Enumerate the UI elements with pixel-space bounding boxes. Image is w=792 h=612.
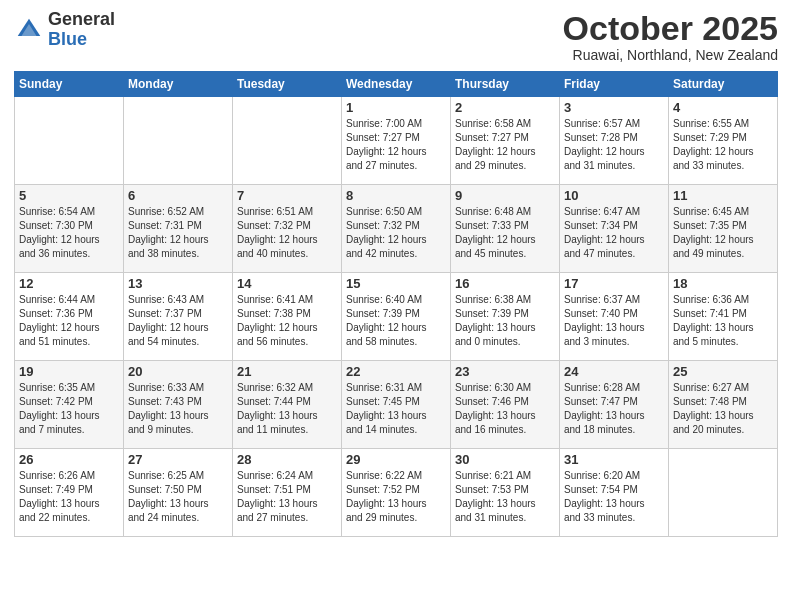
day-detail: Sunrise: 6:41 AM Sunset: 7:38 PM Dayligh… — [237, 294, 318, 347]
calendar-cell: 6Sunrise: 6:52 AM Sunset: 7:31 PM Daylig… — [124, 185, 233, 273]
day-detail: Sunrise: 6:54 AM Sunset: 7:30 PM Dayligh… — [19, 206, 100, 259]
day-detail: Sunrise: 6:43 AM Sunset: 7:37 PM Dayligh… — [128, 294, 209, 347]
day-number: 18 — [673, 276, 773, 291]
header-day-tuesday: Tuesday — [233, 72, 342, 97]
day-number: 4 — [673, 100, 773, 115]
day-detail: Sunrise: 6:25 AM Sunset: 7:50 PM Dayligh… — [128, 470, 209, 523]
day-number: 15 — [346, 276, 446, 291]
header-day-thursday: Thursday — [451, 72, 560, 97]
day-number: 22 — [346, 364, 446, 379]
day-detail: Sunrise: 6:27 AM Sunset: 7:48 PM Dayligh… — [673, 382, 754, 435]
day-number: 10 — [564, 188, 664, 203]
day-number: 21 — [237, 364, 337, 379]
day-number: 23 — [455, 364, 555, 379]
day-number: 20 — [128, 364, 228, 379]
logo-blue: Blue — [48, 29, 87, 49]
week-row-5: 26Sunrise: 6:26 AM Sunset: 7:49 PM Dayli… — [15, 449, 778, 537]
day-number: 30 — [455, 452, 555, 467]
day-number: 31 — [564, 452, 664, 467]
day-number: 13 — [128, 276, 228, 291]
week-row-2: 5Sunrise: 6:54 AM Sunset: 7:30 PM Daylig… — [15, 185, 778, 273]
calendar-cell: 21Sunrise: 6:32 AM Sunset: 7:44 PM Dayli… — [233, 361, 342, 449]
calendar-cell: 2Sunrise: 6:58 AM Sunset: 7:27 PM Daylig… — [451, 97, 560, 185]
day-detail: Sunrise: 6:55 AM Sunset: 7:29 PM Dayligh… — [673, 118, 754, 171]
header-row: SundayMondayTuesdayWednesdayThursdayFrid… — [15, 72, 778, 97]
calendar-cell — [669, 449, 778, 537]
day-number: 12 — [19, 276, 119, 291]
day-detail: Sunrise: 6:30 AM Sunset: 7:46 PM Dayligh… — [455, 382, 536, 435]
day-number: 6 — [128, 188, 228, 203]
calendar-cell: 8Sunrise: 6:50 AM Sunset: 7:32 PM Daylig… — [342, 185, 451, 273]
day-number: 29 — [346, 452, 446, 467]
calendar-cell: 9Sunrise: 6:48 AM Sunset: 7:33 PM Daylig… — [451, 185, 560, 273]
day-detail: Sunrise: 6:31 AM Sunset: 7:45 PM Dayligh… — [346, 382, 427, 435]
day-detail: Sunrise: 6:33 AM Sunset: 7:43 PM Dayligh… — [128, 382, 209, 435]
header-day-friday: Friday — [560, 72, 669, 97]
day-detail: Sunrise: 6:48 AM Sunset: 7:33 PM Dayligh… — [455, 206, 536, 259]
day-detail: Sunrise: 6:24 AM Sunset: 7:51 PM Dayligh… — [237, 470, 318, 523]
day-detail: Sunrise: 6:38 AM Sunset: 7:39 PM Dayligh… — [455, 294, 536, 347]
calendar-cell: 12Sunrise: 6:44 AM Sunset: 7:36 PM Dayli… — [15, 273, 124, 361]
day-detail: Sunrise: 6:37 AM Sunset: 7:40 PM Dayligh… — [564, 294, 645, 347]
day-detail: Sunrise: 6:52 AM Sunset: 7:31 PM Dayligh… — [128, 206, 209, 259]
calendar-cell: 14Sunrise: 6:41 AM Sunset: 7:38 PM Dayli… — [233, 273, 342, 361]
day-detail: Sunrise: 6:36 AM Sunset: 7:41 PM Dayligh… — [673, 294, 754, 347]
day-number: 16 — [455, 276, 555, 291]
day-number: 3 — [564, 100, 664, 115]
calendar-cell: 23Sunrise: 6:30 AM Sunset: 7:46 PM Dayli… — [451, 361, 560, 449]
calendar-cell: 1Sunrise: 7:00 AM Sunset: 7:27 PM Daylig… — [342, 97, 451, 185]
day-number: 11 — [673, 188, 773, 203]
day-number: 26 — [19, 452, 119, 467]
calendar-table: SundayMondayTuesdayWednesdayThursdayFrid… — [14, 71, 778, 537]
day-detail: Sunrise: 6:57 AM Sunset: 7:28 PM Dayligh… — [564, 118, 645, 171]
logo-icon — [14, 15, 44, 45]
logo-text: General Blue — [48, 10, 115, 50]
week-row-3: 12Sunrise: 6:44 AM Sunset: 7:36 PM Dayli… — [15, 273, 778, 361]
calendar-cell: 7Sunrise: 6:51 AM Sunset: 7:32 PM Daylig… — [233, 185, 342, 273]
day-number: 27 — [128, 452, 228, 467]
day-detail: Sunrise: 6:32 AM Sunset: 7:44 PM Dayligh… — [237, 382, 318, 435]
day-number: 28 — [237, 452, 337, 467]
day-number: 9 — [455, 188, 555, 203]
calendar-cell: 19Sunrise: 6:35 AM Sunset: 7:42 PM Dayli… — [15, 361, 124, 449]
day-number: 8 — [346, 188, 446, 203]
calendar-cell: 5Sunrise: 6:54 AM Sunset: 7:30 PM Daylig… — [15, 185, 124, 273]
calendar-cell: 13Sunrise: 6:43 AM Sunset: 7:37 PM Dayli… — [124, 273, 233, 361]
day-detail: Sunrise: 7:00 AM Sunset: 7:27 PM Dayligh… — [346, 118, 427, 171]
day-number: 1 — [346, 100, 446, 115]
day-detail: Sunrise: 6:47 AM Sunset: 7:34 PM Dayligh… — [564, 206, 645, 259]
calendar-cell — [124, 97, 233, 185]
calendar-cell: 26Sunrise: 6:26 AM Sunset: 7:49 PM Dayli… — [15, 449, 124, 537]
day-number: 2 — [455, 100, 555, 115]
month-title: October 2025 — [563, 10, 778, 47]
header-day-monday: Monday — [124, 72, 233, 97]
calendar-cell: 30Sunrise: 6:21 AM Sunset: 7:53 PM Dayli… — [451, 449, 560, 537]
calendar-cell: 4Sunrise: 6:55 AM Sunset: 7:29 PM Daylig… — [669, 97, 778, 185]
day-number: 14 — [237, 276, 337, 291]
day-number: 25 — [673, 364, 773, 379]
day-detail: Sunrise: 6:58 AM Sunset: 7:27 PM Dayligh… — [455, 118, 536, 171]
day-detail: Sunrise: 6:45 AM Sunset: 7:35 PM Dayligh… — [673, 206, 754, 259]
calendar-cell: 11Sunrise: 6:45 AM Sunset: 7:35 PM Dayli… — [669, 185, 778, 273]
day-number: 7 — [237, 188, 337, 203]
day-detail: Sunrise: 6:20 AM Sunset: 7:54 PM Dayligh… — [564, 470, 645, 523]
week-row-1: 1Sunrise: 7:00 AM Sunset: 7:27 PM Daylig… — [15, 97, 778, 185]
day-detail: Sunrise: 6:50 AM Sunset: 7:32 PM Dayligh… — [346, 206, 427, 259]
header-day-sunday: Sunday — [15, 72, 124, 97]
calendar-cell: 15Sunrise: 6:40 AM Sunset: 7:39 PM Dayli… — [342, 273, 451, 361]
calendar-cell: 29Sunrise: 6:22 AM Sunset: 7:52 PM Dayli… — [342, 449, 451, 537]
day-number: 19 — [19, 364, 119, 379]
location: Ruawai, Northland, New Zealand — [563, 47, 778, 63]
day-detail: Sunrise: 6:28 AM Sunset: 7:47 PM Dayligh… — [564, 382, 645, 435]
header-day-saturday: Saturday — [669, 72, 778, 97]
calendar-cell: 27Sunrise: 6:25 AM Sunset: 7:50 PM Dayli… — [124, 449, 233, 537]
calendar-cell: 31Sunrise: 6:20 AM Sunset: 7:54 PM Dayli… — [560, 449, 669, 537]
calendar-cell: 24Sunrise: 6:28 AM Sunset: 7:47 PM Dayli… — [560, 361, 669, 449]
header: General Blue October 2025 Ruawai, Northl… — [14, 10, 778, 63]
calendar-cell: 3Sunrise: 6:57 AM Sunset: 7:28 PM Daylig… — [560, 97, 669, 185]
calendar-cell: 18Sunrise: 6:36 AM Sunset: 7:41 PM Dayli… — [669, 273, 778, 361]
week-row-4: 19Sunrise: 6:35 AM Sunset: 7:42 PM Dayli… — [15, 361, 778, 449]
calendar-cell: 17Sunrise: 6:37 AM Sunset: 7:40 PM Dayli… — [560, 273, 669, 361]
page-container: General Blue October 2025 Ruawai, Northl… — [0, 0, 792, 545]
day-detail: Sunrise: 6:26 AM Sunset: 7:49 PM Dayligh… — [19, 470, 100, 523]
